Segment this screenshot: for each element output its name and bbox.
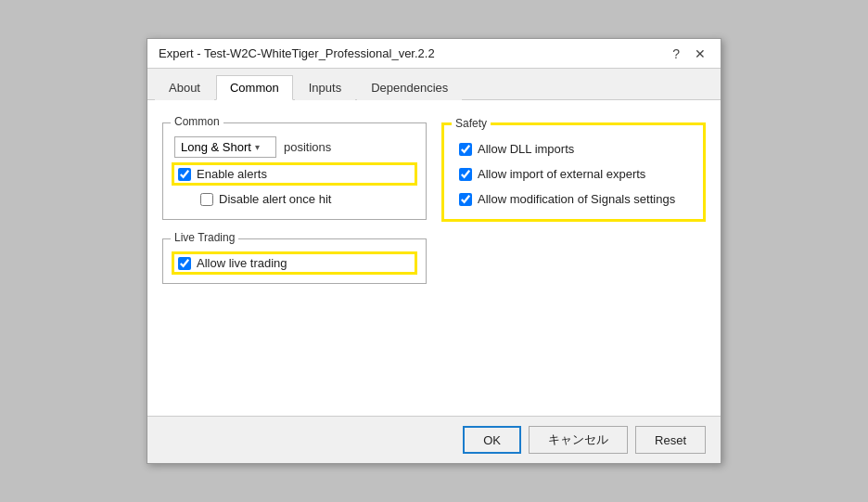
common-group: Common Long & Short ▾ positions Enable a… [162,122,427,220]
disable-alert-row: Disable alert once hit [197,190,415,208]
close-button[interactable]: ✕ [691,47,709,60]
footer: OK キャンセル Reset [147,416,721,463]
window-title: Expert - Test-W2C-WhiteTiger_Professiona… [159,46,435,60]
title-bar-left: Expert - Test-W2C-WhiteTiger_Professiona… [159,46,435,60]
title-bar-controls: ? ✕ [669,47,709,60]
common-group-title: Common [171,115,223,128]
tab-about[interactable]: About [155,75,214,100]
enable-alerts-row: Enable alerts [174,165,415,183]
dropdown-arrow-icon: ▾ [255,142,260,152]
tab-inputs[interactable]: Inputs [295,75,355,100]
ok-button[interactable]: OK [463,426,521,454]
allow-live-trading-label: Allow live trading [197,256,287,270]
allow-signals-row: Allow modification of Signals settings [455,190,692,208]
left-panel: Common Long & Short ▾ positions Enable a… [162,115,427,401]
allow-live-trading-row: Allow live trading [174,254,415,272]
enable-alerts-checkbox[interactable] [178,168,191,181]
safety-group: Safety Allow DLL imports Allow import of… [441,122,706,222]
tab-dependencies[interactable]: Dependencies [357,75,462,100]
allow-dll-label: Allow DLL imports [478,142,574,156]
reset-button[interactable]: Reset [635,426,706,454]
title-bar: Expert - Test-W2C-WhiteTiger_Professiona… [147,39,721,69]
cancel-button[interactable]: キャンセル [529,426,628,454]
allow-external-checkbox[interactable] [459,168,472,181]
live-trading-group-title: Live Trading [171,231,238,244]
safety-group-title: Safety [452,117,491,130]
positions-dropdown[interactable]: Long & Short ▾ [174,136,276,158]
main-window: Expert - Test-W2C-WhiteTiger_Professiona… [147,38,721,464]
content-area: Common Long & Short ▾ positions Enable a… [147,100,721,416]
disable-alert-checkbox[interactable] [200,193,213,206]
tab-bar: About Common Inputs Dependencies [147,69,721,100]
dropdown-value: Long & Short [181,140,251,154]
enable-alerts-label: Enable alerts [197,167,267,181]
right-panel: Safety Allow DLL imports Allow import of… [441,115,706,401]
allow-external-label: Allow import of external experts [478,167,645,181]
live-trading-group: Live Trading Allow live trading [162,238,427,284]
allow-external-row: Allow import of external experts [455,165,692,183]
disable-alert-label: Disable alert once hit [219,192,331,206]
allow-signals-label: Allow modification of Signals settings [478,192,675,206]
positions-label: positions [284,140,331,154]
allow-dll-checkbox[interactable] [459,143,472,156]
allow-live-trading-checkbox[interactable] [178,257,191,270]
allow-dll-row: Allow DLL imports [455,140,692,158]
dropdown-row: Long & Short ▾ positions [174,136,415,158]
tab-common[interactable]: Common [216,75,293,100]
allow-signals-checkbox[interactable] [459,193,472,206]
help-button[interactable]: ? [669,47,683,60]
